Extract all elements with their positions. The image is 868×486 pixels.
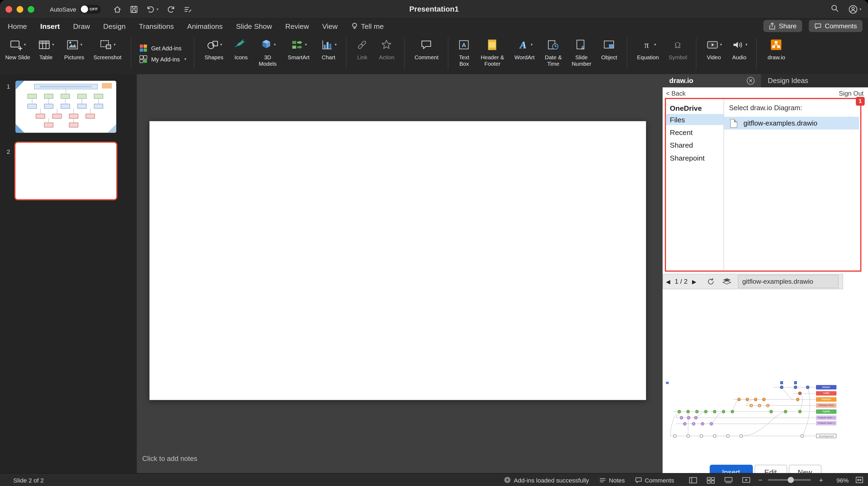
video-button[interactable]: ▾ Video	[703, 33, 725, 74]
ribbon: ▾ New Slide ▾ Table ▾ Pictures ▾ Screens…	[0, 33, 868, 75]
normal-view-icon[interactable]	[688, 476, 698, 484]
tab-insert[interactable]: Insert	[40, 22, 60, 30]
icons-button[interactable]: Icons	[230, 33, 251, 74]
notes-toggle[interactable]: Notes	[599, 477, 625, 483]
customize-toolbar-button[interactable]	[183, 5, 192, 13]
undo-button[interactable]: ▾	[146, 5, 158, 13]
comment-button[interactable]: Comment	[411, 33, 442, 74]
reading-view-icon[interactable]	[724, 476, 733, 484]
table-icon	[38, 38, 51, 52]
tab-review[interactable]: Review	[285, 22, 309, 30]
close-window-button[interactable]	[6, 6, 12, 13]
close-panel-icon[interactable]: ✕	[747, 77, 754, 85]
slide-2-thumbnail-selected[interactable]	[14, 142, 117, 200]
screenshot-icon	[99, 38, 113, 52]
zoom-in-button[interactable]: +	[819, 476, 823, 484]
main-area: 1	[0, 74, 868, 474]
autosave-toggle[interactable]: OFF	[80, 5, 100, 13]
share-button[interactable]: Share	[764, 20, 802, 32]
slide-sorter-view-icon[interactable]	[706, 476, 715, 484]
shapes-button[interactable]: ▾ Shapes	[200, 33, 227, 74]
fit-slide-button[interactable]	[855, 476, 864, 484]
pictures-button[interactable]: ▾ Pictures	[61, 33, 87, 74]
preview-file-label: gitflow-examples.drawio	[738, 275, 839, 288]
tell-me-button[interactable]: Tell me	[351, 22, 384, 30]
wordart-button[interactable]: A▾ WordArt	[511, 33, 538, 74]
slide-1-thumbnail[interactable]	[16, 81, 117, 133]
file-row-selected[interactable]: gitflow-examples.drawio	[724, 117, 859, 129]
prev-page-button[interactable]: ◀	[663, 279, 673, 285]
smartart-button[interactable]: ▾ SmartArt	[284, 33, 313, 74]
slide-canvas[interactable]	[149, 121, 646, 400]
nav-item-files[interactable]: Files	[666, 114, 723, 125]
save-icon	[129, 5, 138, 13]
redo-button[interactable]	[166, 5, 176, 13]
addins-group: Get Add-ins My Add-ins ▾	[135, 33, 189, 74]
my-addins-button[interactable]: My Add-ins ▾	[139, 55, 186, 64]
tab-animations[interactable]: Animations	[187, 22, 223, 30]
new-slide-button[interactable]: ▾ New Slide	[5, 33, 30, 74]
comments-button[interactable]: Comments	[809, 20, 862, 32]
zoom-window-button[interactable]	[28, 6, 34, 13]
signout-link[interactable]: Sign Out	[839, 90, 864, 97]
tab-drawio-panel[interactable]: draw.io ✕	[662, 74, 761, 87]
chevron-down-icon: ▾	[335, 42, 337, 47]
nav-item-sharepoint[interactable]: Sharepoint	[666, 152, 723, 163]
zoom-level[interactable]: 96%	[832, 477, 849, 483]
equation-button[interactable]: π▾ Equation	[633, 33, 662, 74]
zoom-slider[interactable]	[768, 479, 811, 481]
comments-toggle[interactable]: Comments	[635, 477, 674, 483]
slide-1-number: 1	[7, 83, 10, 90]
drawio-ribbon-button[interactable]: draw.io	[763, 33, 790, 74]
tab-draw[interactable]: Draw	[73, 22, 90, 30]
symbol-button[interactable]: Ω Symbol	[665, 33, 690, 74]
account-button[interactable]: ▾	[848, 4, 861, 14]
slideshow-view-icon[interactable]	[742, 476, 750, 484]
3d-models-button[interactable]: ▾ 3D Models	[255, 33, 280, 74]
date-time-button[interactable]: Date & Time	[541, 33, 565, 74]
minimize-window-button[interactable]	[17, 6, 24, 13]
screenshot-button[interactable]: ▾ Screenshot	[90, 33, 125, 74]
nav-item-recent[interactable]: Recent	[666, 127, 723, 138]
nav-onedrive[interactable]: OneDrive	[670, 104, 723, 112]
next-page-button[interactable]: ▶	[689, 279, 699, 285]
link-button[interactable]: Link	[353, 33, 372, 74]
gitflow-branch-labels: MasterHotfixReleaseRelease fixesNightlyF…	[662, 381, 868, 462]
chevron-down-icon: ▾	[654, 42, 656, 47]
tab-home[interactable]: Home	[8, 22, 27, 30]
notes-placeholder[interactable]: Click to add notes	[142, 455, 197, 462]
search-button[interactable]	[831, 3, 839, 14]
refresh-button[interactable]	[707, 278, 715, 286]
zoom-slider-knob[interactable]	[788, 477, 794, 483]
slide-number-button[interactable]: # Slide Number	[569, 33, 594, 74]
diagram-preview: MasterHotfixReleaseRelease fixesNightlyF…	[662, 289, 868, 465]
text-box-button[interactable]: A Text Box	[455, 33, 474, 74]
tab-design-ideas-panel[interactable]: Design Ideas	[761, 74, 868, 87]
zoom-out-button[interactable]: −	[758, 476, 763, 484]
svg-text:π: π	[644, 40, 649, 50]
back-link[interactable]: < Back	[666, 90, 685, 97]
video-icon	[706, 38, 719, 52]
get-addins-icon	[139, 44, 148, 53]
drawio-icon	[770, 38, 783, 52]
ribbon-divider	[756, 38, 757, 70]
home-button[interactable]	[113, 5, 122, 13]
tab-view[interactable]: View	[322, 22, 338, 30]
chart-button[interactable]: ▾ Chart	[317, 33, 340, 74]
object-button[interactable]: Object	[598, 33, 621, 74]
layers-button[interactable]	[722, 278, 731, 286]
get-addins-button[interactable]: Get Add-ins	[139, 44, 186, 53]
tab-transitions[interactable]: Transitions	[139, 22, 174, 30]
audio-button[interactable]: ▾ Audio	[728, 33, 750, 74]
header-footer-icon	[486, 38, 499, 52]
table-button[interactable]: ▾ Table	[34, 33, 58, 74]
picker-title: Select draw.io Diagram:	[729, 104, 802, 112]
tab-design[interactable]: Design	[103, 22, 126, 30]
save-button[interactable]	[129, 5, 138, 13]
tab-slide-show[interactable]: Slide Show	[236, 22, 272, 30]
drawio-addin-panel: draw.io ✕ Design Ideas < Back Sign Out 1…	[662, 74, 868, 474]
nav-item-shared[interactable]: Shared	[666, 139, 723, 151]
action-button[interactable]: Action	[375, 33, 398, 74]
header-footer-button[interactable]: Header & Footer	[477, 33, 508, 74]
addin-status: Add-ins loaded successfully	[504, 476, 589, 484]
